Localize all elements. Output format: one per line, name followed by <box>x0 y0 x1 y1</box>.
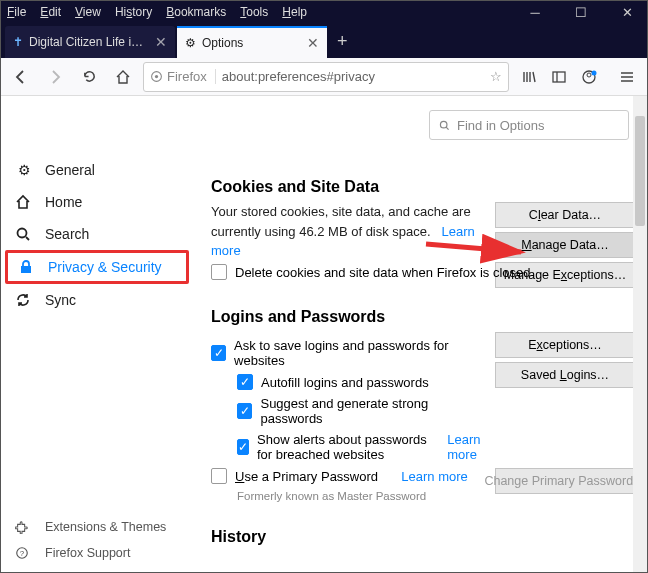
tab-bar: ✝ Digital Citizen Life in a digital w ✕ … <box>1 23 647 58</box>
home-button[interactable] <box>109 63 137 91</box>
main-panel: Find in Options Cookies and Site Data Yo… <box>193 96 647 573</box>
manage-data-button[interactable]: Manage Data… <box>495 232 635 258</box>
logins-heading: Logins and Passwords <box>211 308 635 326</box>
menu-history[interactable]: History <box>115 5 152 19</box>
gear-icon: ⚙ <box>15 162 33 178</box>
sidebar-item-support[interactable]: ? Firefox Support <box>1 540 193 566</box>
primary-learn-more-link[interactable]: Learn more <box>401 469 467 484</box>
preferences-sidebar: ⚙ General Home Search Privacy & Security… <box>1 96 193 573</box>
puzzle-icon <box>15 520 33 534</box>
account-button[interactable] <box>575 63 603 91</box>
svg-point-7 <box>18 229 27 238</box>
gear-icon: ⚙ <box>185 36 196 50</box>
url-bar[interactable]: Firefox about:preferences#privacy ☆ <box>143 62 509 92</box>
identity-box[interactable]: Firefox <box>150 69 216 84</box>
primary-password-label: Use a Primary Password <box>235 469 378 484</box>
tab-digital-citizen[interactable]: ✝ Digital Citizen Life in a digital w ✕ <box>5 26 175 58</box>
forward-button[interactable] <box>41 63 69 91</box>
clear-data-button[interactable]: Clear Data… <box>495 202 635 228</box>
svg-rect-2 <box>553 72 565 82</box>
close-window-button[interactable]: ✕ <box>613 5 641 20</box>
svg-point-12 <box>440 121 447 128</box>
search-icon <box>438 119 451 132</box>
sync-icon <box>15 292 33 308</box>
home-icon <box>15 194 33 210</box>
close-tab-icon[interactable]: ✕ <box>155 34 167 50</box>
history-heading: History <box>211 528 635 546</box>
sidebar-item-home[interactable]: Home <box>1 186 193 218</box>
help-icon: ? <box>15 546 33 560</box>
menu-view[interactable]: View <box>75 5 101 19</box>
menu-edit[interactable]: Edit <box>40 5 61 19</box>
new-tab-button[interactable]: + <box>327 25 358 58</box>
delete-on-close-checkbox[interactable] <box>211 264 227 280</box>
scrollbar-thumb[interactable] <box>635 116 645 226</box>
alerts-learn-more-link[interactable]: Learn more <box>447 432 485 462</box>
firefox-icon <box>150 70 163 83</box>
sidebar-button[interactable] <box>545 63 573 91</box>
alerts-checkbox[interactable]: ✓ <box>237 439 249 455</box>
menubar: File Edit View History Bookmarks Tools H… <box>1 1 647 23</box>
saved-logins-button[interactable]: Saved Logins… <box>495 362 635 388</box>
delete-on-close-label: Delete cookies and site data when Firefo… <box>235 265 531 280</box>
url-text: about:preferences#privacy <box>222 69 484 84</box>
lock-icon <box>18 259 36 275</box>
change-primary-password-button[interactable]: Change Primary Password… <box>495 468 635 494</box>
library-button[interactable] <box>515 63 543 91</box>
primary-password-checkbox[interactable] <box>211 468 227 484</box>
hamburger-menu-button[interactable] <box>613 63 641 91</box>
alerts-label: Show alerts about passwords for breached… <box>257 432 428 462</box>
cookies-heading: Cookies and Site Data <box>211 178 635 196</box>
svg-point-6 <box>592 70 597 75</box>
tab-icon: ✝ <box>13 35 23 49</box>
primary-note: Formerly known as Master Password <box>237 490 485 502</box>
minimize-button[interactable]: ─ <box>521 5 549 20</box>
svg-text:?: ? <box>20 549 25 558</box>
autofill-label: Autofill logins and passwords <box>261 375 429 390</box>
tab-title: Digital Citizen Life in a digital w <box>29 35 149 49</box>
find-in-options-input[interactable]: Find in Options <box>429 110 629 140</box>
sidebar-item-search[interactable]: Search <box>1 218 193 250</box>
tab-title: Options <box>202 36 301 50</box>
maximize-button[interactable]: ☐ <box>567 5 595 20</box>
menu-bookmarks[interactable]: Bookmarks <box>166 5 226 19</box>
svg-line-8 <box>26 237 29 240</box>
svg-point-1 <box>155 75 158 78</box>
sidebar-item-privacy-security[interactable]: Privacy & Security <box>5 250 189 284</box>
content: ⚙ General Home Search Privacy & Security… <box>1 96 647 573</box>
menu-file[interactable]: File <box>7 5 26 19</box>
cookies-section: Cookies and Site Data Your stored cookie… <box>193 178 647 280</box>
navbar: Firefox about:preferences#privacy ☆ <box>1 58 647 96</box>
svg-rect-9 <box>21 266 31 273</box>
cookies-description: Your stored cookies, site data, and cach… <box>211 202 485 261</box>
reload-button[interactable] <box>75 63 103 91</box>
search-icon <box>15 226 33 242</box>
ask-save-label: Ask to save logins and passwords for web… <box>234 338 485 368</box>
menu-tools[interactable]: Tools <box>240 5 268 19</box>
sidebar-item-general[interactable]: ⚙ General <box>1 154 193 186</box>
tab-options[interactable]: ⚙ Options ✕ <box>177 26 327 58</box>
scrollbar[interactable] <box>633 96 647 573</box>
bookmark-star-icon[interactable]: ☆ <box>490 69 502 84</box>
suggest-checkbox[interactable]: ✓ <box>237 403 252 419</box>
autofill-checkbox[interactable]: ✓ <box>237 374 253 390</box>
logins-section: Logins and Passwords ✓ Ask to save login… <box>193 308 647 502</box>
close-tab-icon[interactable]: ✕ <box>307 35 319 51</box>
svg-line-13 <box>446 127 448 129</box>
svg-point-5 <box>587 73 591 77</box>
back-button[interactable] <box>7 63 35 91</box>
menu-help[interactable]: Help <box>282 5 307 19</box>
sidebar-item-sync[interactable]: Sync <box>1 284 193 316</box>
logins-exceptions-button[interactable]: Exceptions… <box>495 332 635 358</box>
history-section: History <box>193 528 647 546</box>
ask-save-checkbox[interactable]: ✓ <box>211 345 226 361</box>
suggest-label: Suggest and generate strong passwords <box>260 396 485 426</box>
sidebar-item-extensions[interactable]: Extensions & Themes <box>1 514 193 540</box>
